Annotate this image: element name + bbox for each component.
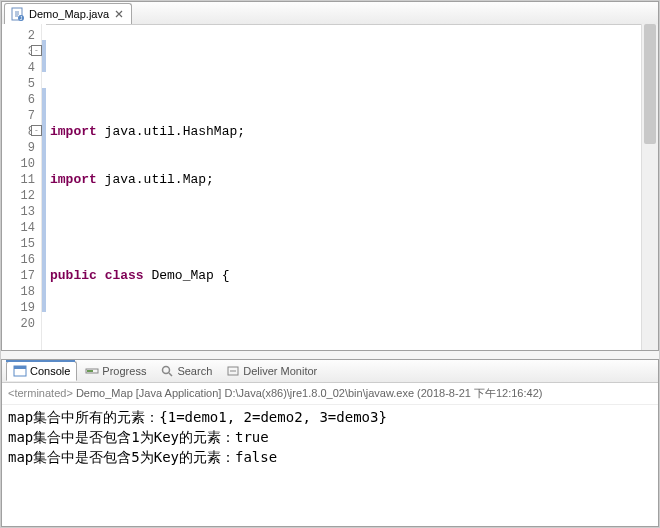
- editor-tab[interactable]: J Demo_Map.java: [4, 3, 132, 24]
- line-number: 18: [2, 284, 35, 300]
- line-number: 20: [2, 316, 35, 332]
- line-number: 4: [2, 60, 35, 76]
- line-number: 10: [2, 156, 35, 172]
- search-icon: [160, 364, 174, 378]
- tab-search[interactable]: Search: [154, 362, 218, 380]
- svg-rect-6: [87, 370, 93, 372]
- progress-icon: [85, 364, 99, 378]
- editor-panel: J Demo_Map.java 2 3- 4 5 6 7 8- 9 10 11 …: [1, 1, 659, 351]
- code-line: [50, 220, 658, 236]
- editor-tab-bar: J Demo_Map.java: [2, 2, 658, 25]
- java-file-icon: J: [11, 7, 25, 21]
- line-number: 13: [2, 204, 35, 220]
- line-number: 9: [2, 140, 35, 156]
- ide-window: J Demo_Map.java 2 3- 4 5 6 7 8- 9 10 11 …: [0, 0, 660, 528]
- line-number: 3-: [2, 44, 35, 60]
- code-area[interactable]: 2 3- 4 5 6 7 8- 9 10 11 12 13 14 15 16 1…: [2, 24, 658, 350]
- console-line: map集合中所有的元素：{1=demo1, 2=demo2, 3=demo3}: [8, 407, 652, 427]
- console-line: map集合中是否包含5为Key的元素：false: [8, 447, 652, 467]
- code-line: import java.util.HashMap;: [50, 124, 658, 140]
- line-number: 5: [2, 76, 35, 92]
- line-number: 16: [2, 252, 35, 268]
- console-tab-bar: Console Progress Search Deliver Monitor: [2, 360, 658, 383]
- code-line: public class Demo_Map {: [50, 268, 658, 284]
- console-panel: Console Progress Search Deliver Monitor …: [1, 359, 659, 527]
- tab-label: Progress: [102, 365, 146, 377]
- line-number: 8-: [2, 124, 35, 140]
- tab-label: Search: [177, 365, 212, 377]
- scrollbar-thumb[interactable]: [644, 24, 656, 144]
- console-launch-info: <terminated> Demo_Map [Java Application]…: [2, 383, 658, 405]
- line-number: 14: [2, 220, 35, 236]
- console-output[interactable]: map集合中所有的元素：{1=demo1, 2=demo2, 3=demo3} …: [2, 405, 658, 469]
- deliver-icon: [226, 364, 240, 378]
- code-line: [50, 316, 658, 332]
- console-icon: [13, 364, 27, 378]
- tab-deliver-monitor[interactable]: Deliver Monitor: [220, 362, 323, 380]
- fold-marker-icon[interactable]: -: [31, 125, 42, 136]
- code-line: [50, 76, 658, 92]
- line-number: 7: [2, 108, 35, 124]
- tab-console[interactable]: Console: [6, 361, 77, 381]
- change-mark: [42, 88, 46, 312]
- svg-point-7: [163, 367, 170, 374]
- editor-tab-label: Demo_Map.java: [29, 8, 109, 20]
- line-number: 6: [2, 92, 35, 108]
- close-icon[interactable]: [113, 8, 125, 20]
- tab-label: Deliver Monitor: [243, 365, 317, 377]
- line-number: 19: [2, 300, 35, 316]
- line-number: 17: [2, 268, 35, 284]
- console-line: map集合中是否包含1为Key的元素：true: [8, 427, 652, 447]
- change-ruler: [42, 24, 46, 350]
- line-number: 11: [2, 172, 35, 188]
- line-number-gutter: 2 3- 4 5 6 7 8- 9 10 11 12 13 14 15 16 1…: [2, 24, 42, 350]
- code-text[interactable]: import java.util.HashMap; import java.ut…: [42, 24, 658, 350]
- vertical-scrollbar[interactable]: [641, 24, 658, 350]
- tab-progress[interactable]: Progress: [79, 362, 152, 380]
- tab-label: Console: [30, 365, 70, 377]
- line-number: 2: [2, 28, 35, 44]
- svg-rect-4: [14, 366, 26, 369]
- fold-marker-icon[interactable]: -: [31, 45, 42, 56]
- line-number: 15: [2, 236, 35, 252]
- change-mark: [42, 40, 46, 72]
- line-number: 12: [2, 188, 35, 204]
- code-line: import java.util.Map;: [50, 172, 658, 188]
